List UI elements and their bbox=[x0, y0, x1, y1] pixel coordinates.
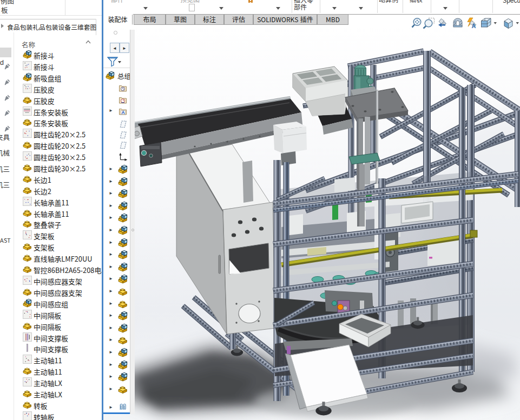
svg-text:A: A bbox=[121, 110, 124, 115]
svg-text:A: A bbox=[472, 23, 476, 29]
